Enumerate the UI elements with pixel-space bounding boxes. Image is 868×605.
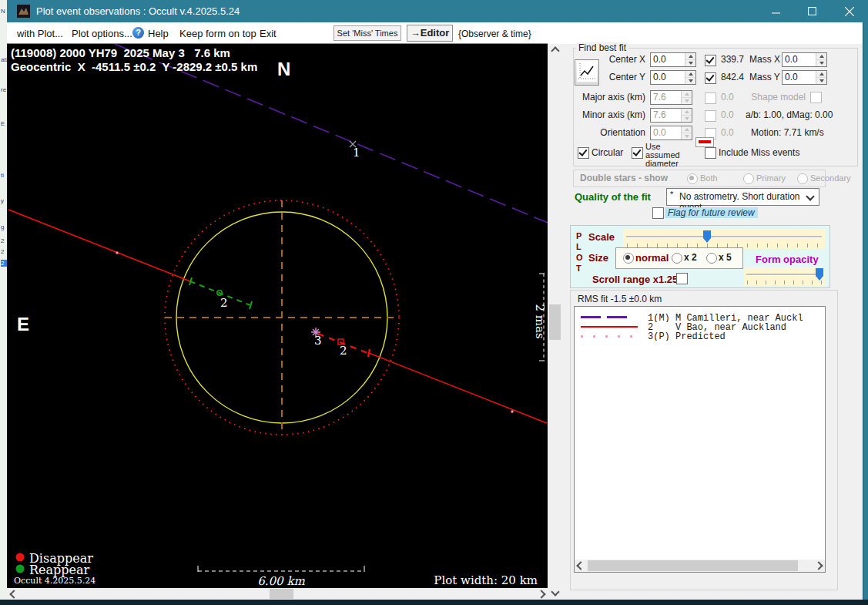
minimize-icon (772, 7, 780, 15)
major-axis-aux: 0.0 (721, 92, 734, 103)
chevron-up-icon (551, 46, 559, 55)
center-y-spinner[interactable]: 0.0 (650, 70, 696, 85)
spin-down-icon[interactable] (816, 77, 826, 85)
predicted-dot-sample (605, 335, 608, 338)
observer-list[interactable]: 1(M) M Camilleri, near Auckl 2 V Bao, ne… (574, 306, 826, 573)
circular-checkbox[interactable] (578, 147, 589, 159)
strip-fragment: 2 (1, 248, 7, 255)
primary-radio (743, 173, 754, 184)
chord-1-line-sample (581, 316, 601, 318)
quality-fit-combobox[interactable]: * No astrometry. Short duration event (666, 188, 819, 206)
major-axis-value: 7.6 (653, 92, 666, 103)
size-x5-label: x 5 (719, 252, 732, 263)
strip-fragment: N (1, 8, 7, 15)
list-hscroll-thumb[interactable] (588, 560, 798, 571)
editor-button[interactable]: →Editor (407, 25, 453, 42)
scroll-left-button[interactable] (575, 560, 587, 572)
find-best-fit-title: Find best fit (576, 42, 628, 53)
observer-row[interactable]: 1(M) M Camilleri, near Auckl (575, 313, 825, 322)
set-miss-times-button[interactable]: Set 'Miss' Times (333, 25, 401, 41)
center-x-spinner[interactable]: 0.0 (650, 52, 696, 67)
menu-plot-options[interactable]: Plot options... (72, 28, 132, 39)
hscroll-thumb[interactable] (270, 589, 293, 599)
plot-hscrollbar[interactable] (7, 588, 548, 600)
opacity-slider-thumb[interactable] (816, 268, 823, 281)
chevron-right-icon (814, 561, 823, 570)
titlebar[interactable]: Plot event observations : Occult v.4.202… (7, 0, 868, 22)
menu-exit[interactable]: Exit (260, 28, 276, 39)
scale-slider[interactable] (623, 229, 825, 249)
menu-with-plot[interactable]: with Plot... (17, 28, 63, 39)
predicted-dot-sample (593, 335, 595, 338)
scroll-right-button[interactable] (535, 588, 548, 600)
fit-y-value: 842.4 (721, 72, 744, 82)
predicted-label: 3 (314, 334, 322, 348)
center-y-label: Center Y (592, 72, 645, 82)
plot-title-line2: Geocentric X -4511.5 ±0.2 Y -2829.2 ±0.5… (11, 60, 257, 73)
size-radio-group: normal x 2 x 5 (615, 247, 743, 269)
fit-y-checkbox[interactable] (705, 72, 716, 84)
chord-2-time-dot (116, 251, 118, 254)
mass-y-spinner[interactable]: 0.0 (782, 70, 827, 85)
scroll-left-button[interactable] (7, 588, 20, 600)
form-opacity-label: Form opacity (756, 254, 819, 265)
fit-x-checkbox[interactable] (705, 55, 716, 66)
ab-dmag-label: a/b: 1.00, dMag: 0.00 (746, 109, 833, 120)
size-x5-radio[interactable] (706, 253, 717, 264)
minimize-button[interactable] (759, 0, 793, 22)
scale-slider-thumb[interactable] (703, 230, 711, 243)
size-normal-radio[interactable] (623, 253, 634, 264)
spin-down-icon[interactable] (685, 59, 695, 67)
observer-time-label: {Observer & time} (458, 29, 531, 39)
minor-axis-spinner: 7.6 (650, 108, 692, 123)
observer-row[interactable]: 2 V Bao, near Auckland (575, 322, 825, 331)
plot-area: 1 2 3 2 (119008) 2000 YH79 2025 May 3 7.… (7, 43, 548, 589)
strip-fragment: 2 (1, 237, 7, 244)
both-label: Both (700, 173, 718, 183)
mass-x-spinner[interactable]: 0.0 (782, 52, 827, 67)
vscroll-thumb[interactable] (549, 304, 561, 340)
center-x-value: 0.0 (653, 54, 666, 65)
predicted-dot-sample (581, 335, 583, 338)
form-opacity-slider[interactable] (744, 267, 826, 286)
plot-letter-p: P (576, 231, 581, 240)
strip-fragment: re (1, 86, 7, 93)
mass-x-label: Mass X (749, 54, 780, 65)
size-normal-label: normal (635, 252, 669, 264)
mass-y-label: Mass Y (749, 72, 780, 82)
observer-row[interactable]: 3(P) Predicted (575, 331, 825, 341)
chevron-down-icon (551, 587, 559, 596)
orientation-label: Orientation (579, 127, 645, 138)
slider-groove (626, 236, 822, 238)
flag-review-checkbox[interactable] (652, 207, 664, 219)
plot-vscrollbar[interactable] (548, 44, 562, 598)
size-x2-radio[interactable] (672, 253, 682, 264)
scroll-right-button[interactable] (813, 560, 825, 572)
menu-keep-on-top[interactable]: Keep form on top (179, 28, 256, 39)
include-miss-checkbox[interactable] (705, 147, 716, 159)
maximize-icon (808, 7, 816, 15)
reappear-label: 2 (220, 296, 228, 310)
spin-down-icon[interactable] (685, 77, 695, 85)
strip-fragment: y (1, 197, 7, 204)
use-assumed-checkbox[interactable] (632, 147, 643, 159)
plot-title-line1: (119008) 2000 YH79 2025 May 3 7.6 km (11, 46, 230, 59)
plot-canvas[interactable]: 1 2 3 2 (119008) 2000 YH79 2025 May 3 7.… (7, 44, 548, 588)
close-button[interactable] (832, 0, 866, 22)
spin-down-icon[interactable] (816, 59, 826, 67)
strip-fragment: E (1, 120, 7, 127)
scroll-range-checkbox[interactable] (676, 273, 688, 284)
major-axis-label: Major axis (km) (579, 92, 645, 103)
window-right-border (863, 22, 868, 600)
app-icon (17, 5, 30, 18)
chord-colour-button[interactable] (695, 137, 714, 147)
menu-help[interactable]: Help (148, 28, 169, 39)
shape-model-checkbox[interactable] (810, 92, 822, 103)
maximize-button[interactable] (795, 0, 829, 22)
app-window: N ab re E ti y g 2 2 2 Plot event observ… (0, 0, 868, 605)
scroll-up-button[interactable] (548, 44, 562, 57)
scroll-down-button[interactable] (548, 585, 562, 598)
primary-label: Primary (756, 173, 786, 183)
list-hscrollbar[interactable] (575, 560, 825, 572)
shape-model-label: Shape model (747, 92, 806, 103)
